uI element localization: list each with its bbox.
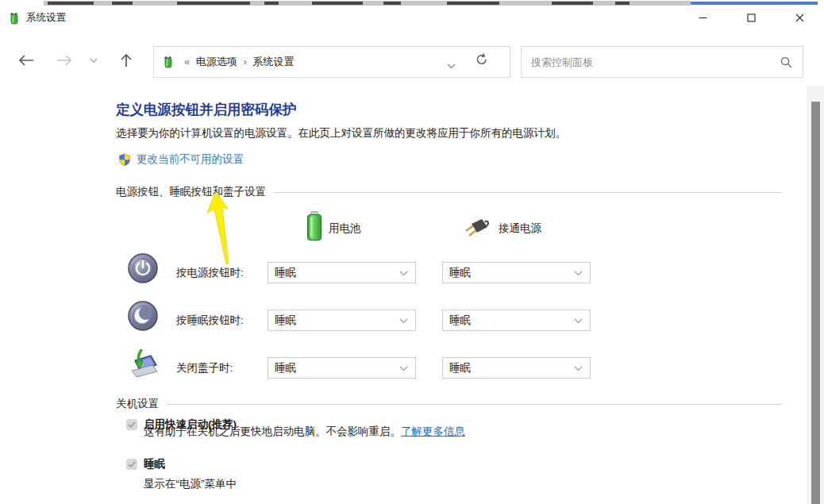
window-title: 系统设置	[26, 6, 66, 30]
breadcrumb-separator: ›	[243, 56, 246, 67]
shutdown-settings-group-header: 关机设置	[116, 397, 782, 411]
recent-pages-button[interactable]	[84, 48, 103, 73]
chevron-down-icon	[574, 366, 583, 371]
fast-startup-checkbox[interactable]	[126, 419, 137, 430]
maximize-button[interactable]	[733, 6, 769, 30]
search-input[interactable]	[522, 47, 784, 77]
breadcrumb-collapse[interactable]: «	[184, 56, 190, 67]
uac-link-label: 更改当前不可用的设置	[137, 152, 244, 167]
page-description: 选择要为你的计算机设置的电源设置。在此页上对设置所做的更改将应用于你所有的电源计…	[116, 126, 566, 140]
select-value: 睡眠	[449, 358, 471, 378]
chevron-down-icon	[399, 271, 408, 276]
power-options-icon	[162, 56, 175, 68]
sleep-button-icon	[127, 300, 159, 332]
lid-close-row-label: 关闭盖子时:	[176, 361, 233, 375]
checkmark-icon	[128, 421, 136, 428]
checkmark-icon	[128, 461, 136, 467]
chevron-down-icon	[399, 318, 408, 324]
select-value: 睡眠	[449, 310, 471, 330]
select-value: 睡眠	[275, 263, 296, 283]
close-icon	[795, 13, 804, 22]
search-icon[interactable]	[780, 56, 793, 69]
up-button[interactable]	[113, 48, 140, 73]
lid-close-plugged-in-select[interactable]: 睡眠	[442, 357, 591, 379]
back-button[interactable]	[13, 48, 40, 73]
back-arrow-icon	[17, 54, 35, 67]
chevron-down-icon	[399, 366, 408, 371]
navigation-bar: « 电源选项 › 系统设置	[0, 40, 824, 81]
select-value: 睡眠	[449, 263, 471, 283]
address-dropdown-button[interactable]	[447, 58, 456, 72]
close-button[interactable]	[781, 6, 818, 30]
learn-more-link[interactable]: 了解更多信息	[401, 425, 465, 437]
plugged-in-icon	[460, 217, 491, 240]
button-settings-group-header: 电源按钮、睡眠按钮和盖子设置	[116, 185, 782, 199]
refresh-icon	[475, 52, 489, 67]
control-panel-window: 系统设置	[0, 0, 824, 504]
sleep-button-on-battery-select[interactable]: 睡眠	[268, 310, 416, 331]
chevron-down-icon	[574, 271, 583, 276]
group-title: 电源按钮、睡眠按钮和盖子设置	[116, 185, 266, 199]
group-divider	[274, 192, 782, 193]
uac-settings-link[interactable]: 更改当前不可用的设置	[118, 152, 244, 167]
fast-startup-description-text: 这有助于在关机之后更快地启动电脑。不会影响重启。	[144, 425, 401, 437]
up-arrow-icon	[120, 52, 133, 68]
scrollbar[interactable]	[807, 86, 824, 504]
select-value: 睡眠	[275, 310, 296, 330]
power-button-plugged-in-select[interactable]: 睡眠	[442, 262, 591, 283]
select-value: 睡眠	[275, 358, 296, 378]
sleep-option-description: 显示在“电源”菜单中	[144, 477, 237, 491]
fast-startup-description: 这有助于在关机之后更快地启动电脑。不会影响重启。了解更多信息	[144, 425, 465, 439]
power-button-on-battery-select[interactable]: 睡眠	[268, 262, 416, 283]
page-title: 定义电源按钮并启用密码保护	[116, 100, 297, 119]
sleep-option-label: 睡眠	[144, 457, 165, 471]
chevron-down-icon	[574, 318, 583, 324]
lid-close-icon	[127, 348, 159, 379]
search-box	[521, 46, 803, 78]
forward-arrow-icon	[56, 54, 73, 67]
on-battery-icon	[306, 211, 322, 241]
sleep-button-row-label: 按睡眠按钮时:	[176, 314, 244, 328]
maximize-icon	[747, 13, 756, 22]
minimize-button[interactable]	[684, 6, 721, 30]
minimize-icon	[699, 13, 707, 22]
refresh-button[interactable]	[475, 52, 489, 70]
power-button-icon	[127, 252, 159, 284]
lid-close-on-battery-select[interactable]: 睡眠	[268, 357, 416, 379]
scrollbar-thumb[interactable]	[811, 102, 820, 504]
power-button-row-label: 按电源按钮时:	[176, 266, 244, 280]
background-window-artifact	[691, 2, 818, 5]
chevron-down-icon	[447, 63, 456, 69]
forward-button[interactable]	[51, 48, 78, 73]
plugged-in-column-label: 接通电源	[499, 221, 541, 236]
breadcrumb-item-system-settings[interactable]: 系统设置	[252, 56, 294, 67]
uac-shield-icon	[118, 153, 131, 166]
sleep-button-plugged-in-select[interactable]: 睡眠	[442, 310, 591, 331]
power-options-icon	[8, 12, 21, 25]
group-title: 关机设置	[116, 397, 159, 411]
breadcrumb-item-power-options[interactable]: 电源选项	[196, 56, 237, 67]
chevron-down-icon	[90, 58, 98, 63]
on-battery-column-label: 用电池	[329, 221, 361, 236]
title-bar: 系统设置	[0, 6, 824, 30]
sleep-option-checkbox[interactable]	[126, 459, 137, 470]
group-divider	[167, 404, 782, 405]
breadcrumb: « 电源选项 › 系统设置	[181, 55, 294, 69]
address-bar[interactable]: « 电源选项 › 系统设置	[153, 46, 510, 78]
